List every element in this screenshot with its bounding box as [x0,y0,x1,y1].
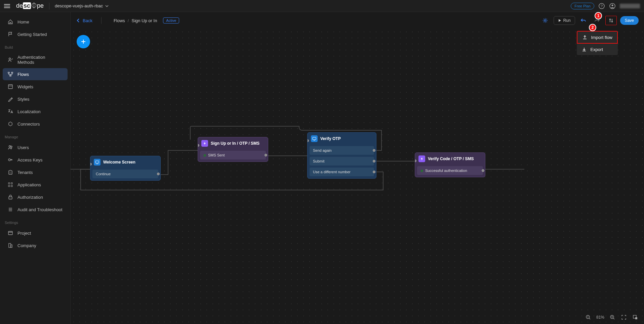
sidebar-section-manage: Manage [0,130,70,141]
svg-rect-22 [313,137,316,140]
annotation-badge-1: 1 [595,12,602,19]
logo: desc⏀pe [16,2,44,9]
check-icon: ⊘ [420,169,423,173]
canvas-area: Back Flows / Sign Up or In Active Run [71,12,644,324]
sidebar-item-localization[interactable]: Localization [3,105,68,118]
sidebar-item-auth-methods[interactable]: Authentication Methods [3,52,68,68]
sidebar-label: Authorization [17,195,43,200]
auth-icon [7,57,13,63]
node-output-sms-sent[interactable]: ⊘ SMS Sent [200,151,266,159]
users-icon [7,144,13,150]
port-out[interactable] [482,169,484,172]
lock-icon [7,194,13,200]
node-row-label: Send again [313,148,332,152]
dropdown-export[interactable]: Export [577,44,618,55]
save-button[interactable]: Save [620,16,639,25]
sidebar-item-flows[interactable]: Flows [3,68,68,80]
sidebar-label: Styles [17,97,29,102]
svg-point-10 [11,146,12,147]
arrow-left-icon [76,18,81,23]
sidebar-item-applications[interactable]: Applications [3,179,68,191]
fit-view-button[interactable] [620,314,627,321]
svg-rect-8 [8,85,12,89]
zoom-out-button[interactable] [585,314,592,321]
zoom-in-button[interactable] [609,314,616,321]
dropdown-import-flow[interactable]: Import flow [577,31,618,44]
flows-icon [7,71,13,77]
sidebar-item-widgets[interactable]: Widgets [3,81,68,93]
svg-rect-13 [11,183,12,184]
key-icon [7,157,13,163]
svg-point-20 [544,20,546,21]
node-output-send-again[interactable]: Send again [310,146,374,155]
sidebar-item-access-keys[interactable]: Access Keys [3,154,68,166]
run-button[interactable]: Run [554,16,575,25]
node-row-label: Submit [313,159,324,163]
canvas-footer: 81% [585,314,639,321]
node-output-success-auth[interactable]: ⊘ Successful authentication [417,166,483,175]
project-selector[interactable]: descope-vuejs-auth-rbac [55,3,109,8]
sidebar-item-audit[interactable]: Audit and Troubleshoot [3,203,68,216]
flow-canvas[interactable]: Welcome Screen Continue Sign Up or In / … [71,29,644,324]
node-row-label: Successful authentication [425,169,467,173]
user-avatar-icon[interactable] [609,3,616,9]
sidebar-item-project[interactable]: Project [3,227,68,239]
node-title: Verify Code / OTP / SMS [428,156,474,161]
svg-point-4 [9,58,11,60]
node-output-different-number[interactable]: Use a different number [310,168,374,176]
minimap-button[interactable] [632,314,639,321]
screen-icon [94,159,100,166]
svg-rect-18 [9,243,11,247]
sidebar-item-home[interactable]: Home [3,16,68,28]
settings-button[interactable] [540,15,550,26]
svg-rect-6 [11,72,13,73]
undo-button[interactable] [578,15,589,26]
sidebar: Home Getting Started Build Authenticatio… [0,12,71,324]
node-header: Welcome Screen [90,156,160,168]
node-title: Welcome Screen [103,160,135,165]
node-output-continue[interactable]: Continue [92,170,158,178]
sidebar-item-users[interactable]: Users [3,141,68,153]
node-output-submit[interactable]: Submit [310,157,374,166]
port-out[interactable] [373,149,375,152]
back-button[interactable]: Back [76,18,92,23]
add-node-button[interactable] [77,35,90,48]
widgets-icon [7,84,13,90]
sidebar-label: Authentication Methods [17,55,63,65]
action-icon [418,155,425,162]
port-out[interactable] [373,171,375,173]
sidebar-label: Applications [17,182,41,187]
sidebar-item-company[interactable]: Company [3,239,68,251]
port-out[interactable] [157,173,160,175]
sidebar-item-getting-started[interactable]: Getting Started [3,28,68,40]
import-export-button[interactable] [605,16,617,25]
menu-icon[interactable] [4,2,12,10]
dropdown-label: Export [590,47,603,52]
sidebar-label: Flows [17,72,29,77]
sidebar-item-styles[interactable]: Styles [3,93,68,105]
sidebar-item-connectors[interactable]: Connectors [3,118,68,130]
sidebar-item-authorization[interactable]: Authorization [3,191,68,203]
flow-node-verify-otp[interactable]: Verify OTP Send again Submit Use a diffe… [307,132,376,179]
action-icon [201,140,208,147]
flow-node-verify-code[interactable]: Verify Code / OTP / SMS ⊘ Successful aut… [415,152,485,177]
port-out[interactable] [265,154,267,156]
upload-icon [582,35,588,40]
apps-icon [7,182,13,188]
sidebar-item-tenants[interactable]: Tenants [3,166,68,178]
port-out[interactable] [373,160,375,163]
localization-icon [7,108,13,114]
sidebar-section-settings: Settings [0,216,70,227]
help-icon[interactable]: ? [598,3,605,9]
flow-node-signup[interactable]: Sign Up or In / OTP / SMS ⊘ SMS Sent [198,137,268,162]
breadcrumb-root[interactable]: Flows [114,18,125,23]
breadcrumb-current: Sign Up or In [131,18,157,23]
tenants-icon [7,169,13,175]
project-icon [7,230,13,236]
node-row-label: SMS Sent [208,153,225,157]
svg-rect-17 [8,231,12,235]
svg-point-11 [8,159,10,161]
undo-icon [580,17,587,24]
free-plan-badge[interactable]: Free Plan [571,3,594,9]
flow-node-welcome[interactable]: Welcome Screen Continue [90,156,161,181]
